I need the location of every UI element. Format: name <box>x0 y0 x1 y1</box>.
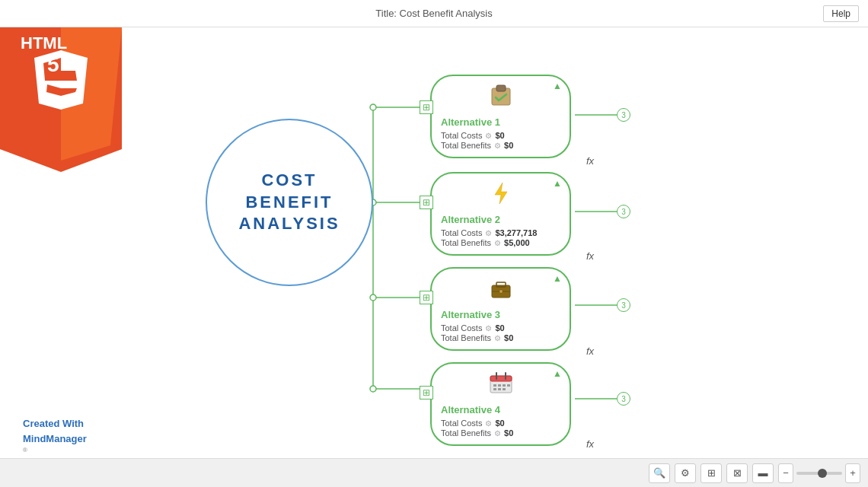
alt4-expand[interactable] <box>420 386 433 399</box>
grid-button[interactable]: ⊞ <box>700 463 722 483</box>
alt2-benefits-row: Total Benefits ⚙ $5,000 <box>441 238 560 247</box>
svg-rect-23 <box>499 290 503 293</box>
svg-rect-33 <box>498 388 501 390</box>
svg-point-11 <box>370 294 376 301</box>
svg-rect-25 <box>490 376 512 381</box>
zoom-out-button[interactable]: − <box>778 463 793 483</box>
alt2-costs-label: Total Costs <box>441 228 482 237</box>
zoom-slider[interactable]: − + <box>778 463 860 483</box>
alt1-costs-value: $0 <box>495 131 504 140</box>
central-text: COST BENEFIT ANALYSIS <box>238 170 340 235</box>
alt3-costs-row: Total Costs ⚙ $0 <box>441 323 560 333</box>
toolbar: 🔍 ⚙ ⊞ ⊠ ▬ − + <box>0 458 868 487</box>
slider-thumb <box>818 469 827 478</box>
svg-point-12 <box>370 386 376 392</box>
alt1-costs-gear: ⚙ <box>485 132 492 140</box>
svg-text:5: 5 <box>47 53 59 76</box>
alt1-fx: fx <box>586 155 594 167</box>
alt3-icon <box>441 275 560 307</box>
alt2-benefits-label: Total Benefits <box>441 238 491 247</box>
svg-point-9 <box>370 104 376 110</box>
alt2-costs-gear: ⚙ <box>485 229 492 237</box>
alt4-costs-row: Total Costs ⚙ $0 <box>441 419 560 428</box>
alt1-arrow: ▲ <box>553 81 562 91</box>
alt3-badge: 3 <box>617 298 630 312</box>
alt1-benefits-gear: ⚙ <box>494 142 501 150</box>
svg-text:HTML: HTML <box>21 33 67 53</box>
alt4-fx: fx <box>586 438 594 450</box>
alt-node-1[interactable]: ▲ Alternative 1 Total Costs ⚙ $0 Total B… <box>430 75 571 158</box>
alt3-benefits-gear: ⚙ <box>494 334 501 342</box>
alt4-arrow: ▲ <box>553 368 562 379</box>
svg-rect-28 <box>493 384 496 387</box>
alt3-costs-label: Total Costs <box>441 323 482 333</box>
created-with: Created With MindManager® <box>23 416 87 455</box>
alt4-icon <box>441 370 560 403</box>
alt2-benefits-gear: ⚙ <box>494 239 501 247</box>
header: Title: Cost Benefit Analysis Help <box>0 0 868 27</box>
header-title: Title: Cost Benefit Analysis <box>375 8 492 19</box>
svg-rect-18 <box>496 85 506 91</box>
alt4-costs-value: $0 <box>495 419 504 428</box>
help-button[interactable]: Help <box>823 5 859 22</box>
alt-node-3[interactable]: ▲ Alternative 3 Total Costs ⚙ $0 Total B… <box>430 267 571 351</box>
alt4-benefits-gear: ⚙ <box>494 429 501 438</box>
alt3-title: Alternative 3 <box>441 309 560 320</box>
alt2-expand[interactable] <box>420 196 433 209</box>
collapse-button[interactable]: ▬ <box>752 463 774 483</box>
alt4-costs-gear: ⚙ <box>485 419 492 428</box>
alt3-arrow: ▲ <box>553 273 562 284</box>
alt3-costs-gear: ⚙ <box>485 324 492 333</box>
alt-node-2[interactable]: ▲ Alternative 2 Total Costs ⚙ $3,277,718… <box>430 172 571 256</box>
expand-all-button[interactable]: ⊠ <box>726 463 748 483</box>
alt2-icon <box>441 180 560 212</box>
alt4-title: Alternative 4 <box>441 404 560 415</box>
alt1-benefits-label: Total Benefits <box>441 141 491 150</box>
main-canvas: COST BENEFIT ANALYSIS ▲ Alternative 1 To… <box>0 27 868 458</box>
alt2-costs-value: $3,277,718 <box>495 228 537 237</box>
alt4-benefits-label: Total Benefits <box>441 428 491 438</box>
search-button[interactable]: 🔍 <box>649 463 670 483</box>
html5-logo: HTML 5 <box>0 27 122 172</box>
svg-rect-34 <box>503 388 506 390</box>
alt1-benefits-value: $0 <box>504 141 513 150</box>
svg-rect-31 <box>507 384 510 387</box>
svg-marker-19 <box>495 183 507 204</box>
alt3-benefits-label: Total Benefits <box>441 333 491 342</box>
alt1-costs-label: Total Costs <box>441 131 482 140</box>
alt3-expand[interactable] <box>420 291 433 304</box>
central-node: COST BENEFIT ANALYSIS <box>206 119 373 286</box>
alt4-badge: 3 <box>617 392 630 406</box>
mindmanager-label: MindManager® <box>23 431 87 456</box>
svg-rect-32 <box>493 388 496 390</box>
alt4-costs-label: Total Costs <box>441 419 482 428</box>
svg-rect-29 <box>498 384 501 387</box>
zoom-in-button[interactable]: + <box>845 463 860 483</box>
alt2-title: Alternative 2 <box>441 214 560 225</box>
settings-button[interactable]: ⚙ <box>675 463 696 483</box>
alt1-benefits-row: Total Benefits ⚙ $0 <box>441 141 560 150</box>
alt2-costs-row: Total Costs ⚙ $3,277,718 <box>441 228 560 237</box>
alt1-expand[interactable] <box>420 100 433 114</box>
alt2-arrow: ▲ <box>553 178 562 189</box>
alt2-badge: 3 <box>617 205 630 218</box>
alt1-badge: 3 <box>617 108 630 122</box>
alt3-fx: fx <box>586 345 594 357</box>
slider-track[interactable] <box>796 472 842 475</box>
alt-node-4[interactable]: ▲ Alternative 4 Total Costs ⚙ $0 <box>430 362 571 446</box>
alt3-costs-value: $0 <box>495 323 504 333</box>
alt2-benefits-value: $5,000 <box>504 238 530 247</box>
created-with-label: Created With <box>23 416 87 431</box>
svg-rect-30 <box>503 384 506 387</box>
alt1-icon <box>441 82 560 115</box>
alt3-benefits-value: $0 <box>504 333 513 342</box>
alt2-fx: fx <box>586 250 594 262</box>
alt1-costs-row: Total Costs ⚙ $0 <box>441 131 560 140</box>
alt4-benefits-row: Total Benefits ⚙ $0 <box>441 428 560 438</box>
alt4-benefits-value: $0 <box>504 428 513 438</box>
alt3-benefits-row: Total Benefits ⚙ $0 <box>441 333 560 342</box>
alt1-title: Alternative 1 <box>441 116 560 128</box>
